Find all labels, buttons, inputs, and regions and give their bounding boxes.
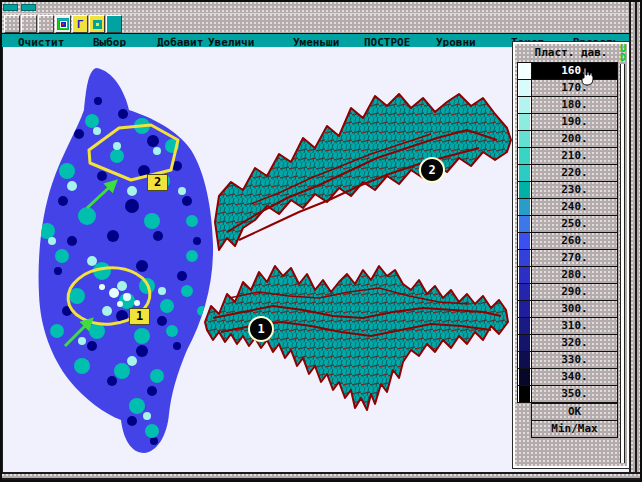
panel-scrollbar[interactable] [620,64,625,463]
level-label: 300. [531,300,618,318]
level-color-swatch [517,368,531,386]
hand-cursor-icon [578,67,595,90]
level-label: 340. [531,368,618,386]
map-label-1[interactable]: 1 [129,308,150,325]
level-color-swatch [517,249,531,267]
level-row[interactable]: 270. [517,249,618,267]
toolbar-teal-button[interactable] [106,15,122,33]
minmax-row: Min/Max [517,420,618,438]
level-row[interactable]: 250. [517,215,618,233]
titlebar [2,2,640,13]
level-label: 210. [531,147,618,165]
level-row[interactable]: 230. [517,181,618,199]
level-label: 260. [531,232,618,250]
level-color-swatch [517,147,531,165]
level-color-swatch [517,164,531,182]
level-color-swatch [517,198,531,216]
level-row[interactable]: 190. [517,113,618,131]
titlebar-block-1[interactable] [3,4,18,11]
level-color-swatch [517,300,531,318]
level-label: 250. [531,215,618,233]
level-label: 220. [531,164,618,182]
square-dot-icon [93,20,102,29]
level-color-swatch [517,181,531,199]
application-window: Г Очистит Выбор Добавит Увеличи Уменьши … [0,0,642,482]
surface-badge-2[interactable]: 2 [419,157,445,183]
level-color-swatch [517,283,531,301]
level-color-swatch [517,215,531,233]
levels-panel: Пласт. дав. U D 160. 170. [513,42,629,468]
level-row[interactable]: 240. [517,198,618,216]
level-label: 170. [531,79,618,97]
concentric-squares-icon [57,18,69,30]
level-row[interactable]: 340. [517,368,618,386]
level-row[interactable]: 220. [517,164,618,182]
level-label: 320. [531,334,618,352]
surface-3d-upper [215,94,511,250]
level-label: 290. [531,283,618,301]
level-label: 160. [531,62,618,80]
window-frame-right [629,2,640,480]
level-label: 190. [531,113,618,131]
titlebar-block-2[interactable] [21,4,36,11]
level-row[interactable]: 160. [517,62,618,80]
level-label: 240. [531,198,618,216]
ok-row: OK [517,403,618,421]
level-row[interactable]: 350. [517,385,618,403]
level-label: 230. [531,181,618,199]
level-row[interactable]: 290. [517,283,618,301]
level-row[interactable]: 320. [517,334,618,352]
ok-button[interactable]: OK [531,403,618,421]
level-row[interactable]: 200. [517,130,618,148]
level-color-swatch [517,317,531,335]
minmax-button[interactable]: Min/Max [531,420,618,438]
level-label: 280. [531,266,618,284]
level-color-swatch [517,113,531,131]
window-frame-bottom [2,472,640,480]
level-color-swatch [517,62,531,80]
scroll-down-button[interactable]: D [618,53,628,62]
toolbar-blank-button-1[interactable] [4,15,20,33]
level-label: 200. [531,130,618,148]
level-label: 270. [531,249,618,267]
level-color-swatch [517,385,531,403]
level-row[interactable]: 280. [517,266,618,284]
panel-title: Пласт. дав. [517,45,625,62]
toolbar-blank-button-3[interactable] [38,15,54,33]
toolbar: Г [2,13,640,33]
level-label: 330. [531,351,618,369]
level-row[interactable]: 180. [517,96,618,114]
map-label-2[interactable]: 2 [147,174,168,191]
level-row[interactable]: 170. [517,79,618,97]
pressure-map-2d [39,68,213,453]
level-color-swatch [517,351,531,369]
level-color-swatch [517,96,531,114]
surface-badge-1[interactable]: 1 [248,316,274,342]
level-label: 310. [531,317,618,335]
toolbar-square-dot-button[interactable] [89,15,105,33]
level-row[interactable]: 300. [517,300,618,318]
level-color-swatch [517,334,531,352]
level-row[interactable]: 210. [517,147,618,165]
level-label: 180. [531,96,618,114]
level-row[interactable]: 310. [517,317,618,335]
level-color-swatch [517,232,531,250]
toolbar-blank-button-2[interactable] [21,15,37,33]
level-color-swatch [517,266,531,284]
gamma-letter-icon: Г [77,19,83,30]
level-color-swatch [517,130,531,148]
level-row[interactable]: 330. [517,351,618,369]
level-list: 160. 170. 180. [517,62,618,403]
toolbar-layers-button[interactable] [55,15,71,33]
toolbar-gamma-button[interactable]: Г [72,15,88,33]
level-color-swatch [517,79,531,97]
surface-3d-lower [205,266,508,410]
level-row[interactable]: 260. [517,232,618,250]
level-label: 350. [531,385,618,403]
